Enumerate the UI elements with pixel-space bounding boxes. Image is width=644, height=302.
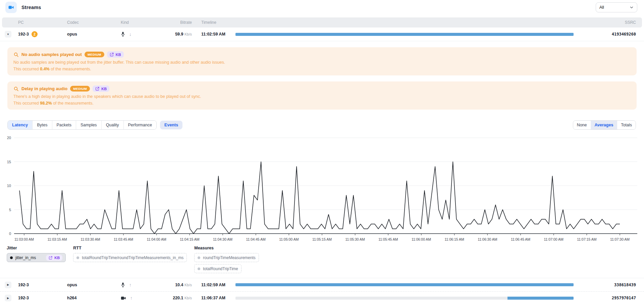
legend-heading: RTT <box>73 246 187 250</box>
view-mode-none[interactable]: None <box>573 121 591 129</box>
expand-row-button[interactable]: ▶ <box>5 295 11 301</box>
inbound-arrow-icon: ↓ <box>129 32 131 37</box>
col-header-ssrc: SSRC <box>579 20 636 25</box>
svg-text:11:07:15 AM: 11:07:15 AM <box>577 237 596 241</box>
tab-performance[interactable]: Performance <box>124 121 157 129</box>
metric-tab-group: LatencyBytesPacketsSamplesQualityPerform… <box>7 120 157 130</box>
start-time: 11:02:59 AM <box>192 32 235 37</box>
legend-item-jitter-in-ms[interactable]: jitter_in_ms KB <box>7 253 66 262</box>
col-header-kind: Kind <box>121 20 158 25</box>
bitrate-unit: Kb/s <box>184 32 192 36</box>
svg-text:11:07:30 AM: 11:07:30 AM <box>610 237 630 241</box>
tab-bytes[interactable]: Bytes <box>33 121 52 129</box>
kb-link[interactable]: KB <box>107 51 124 58</box>
outbound-arrow-icon: ↑ <box>129 282 131 288</box>
svg-text:11:06:30 AM: 11:06:30 AM <box>478 237 497 241</box>
legend-item-total-round-trip-time-ratio[interactable]: totalRoundTripTime/roundTripTimeMeasurem… <box>73 253 187 262</box>
codec-label: h264 <box>67 296 121 300</box>
kb-label: KB <box>116 53 121 57</box>
bitrate-value: 59.9 <box>175 32 183 37</box>
kb-link[interactable]: KB <box>46 255 62 261</box>
svg-text:11:03:00 AM: 11:03:00 AM <box>14 237 34 241</box>
events-toggle[interactable]: Events <box>160 121 182 129</box>
svg-text:11:04:15 AM: 11:04:15 AM <box>180 237 199 241</box>
page-title: Streams <box>21 5 41 10</box>
issue-card: Delay in playing audio MEDIUM KB There's… <box>7 81 637 110</box>
svg-text:15: 15 <box>7 160 11 164</box>
legend-group-measures: Measures roundTripTimeMeasurements total… <box>194 246 259 273</box>
col-header-codec: Codec <box>67 20 121 25</box>
collapse-row-button[interactable]: ▼ <box>5 31 11 38</box>
bitrate-value: 10.4 <box>175 283 183 287</box>
issue-occurrence: This occurred 98.2% of the measurements. <box>13 101 631 106</box>
timeline-bar[interactable] <box>235 33 574 36</box>
occurrence-percent: 0.4% <box>40 67 50 71</box>
expand-row-button[interactable]: ▶ <box>5 282 11 288</box>
legend-heading: Measures <box>194 246 259 250</box>
occurrence-percent: 98.2% <box>40 101 52 106</box>
table-row[interactable]: ▶ 192-3 h264 ↑ 220.1 Kb/s 11:06:37 AM 29… <box>0 291 644 302</box>
chevron-down-icon <box>630 5 634 9</box>
timeline-bar-fill <box>507 297 574 300</box>
issue-title: Delay in playing audio <box>21 86 67 91</box>
chart-controls: LatencyBytesPacketsSamplesQualityPerform… <box>7 120 636 130</box>
svg-text:11:03:15 AM: 11:03:15 AM <box>48 237 67 241</box>
ssrc-value: 4193469260 <box>579 32 636 37</box>
streams-logo <box>5 2 17 13</box>
issue-count-badge: 2 <box>32 31 38 37</box>
issue-occurrence: This occurred 0.4% of the measurements. <box>13 67 631 71</box>
codec-label: opus <box>67 32 121 37</box>
svg-text:11:06:00 AM: 11:06:00 AM <box>412 237 431 241</box>
kb-link[interactable]: KB <box>93 85 109 92</box>
view-mode-averages[interactable]: Averages <box>591 121 618 129</box>
svg-text:5: 5 <box>9 208 11 212</box>
bitrate-value: 220.1 <box>173 296 183 300</box>
tab-samples[interactable]: Samples <box>76 121 102 129</box>
svg-text:11:05:45 AM: 11:05:45 AM <box>378 237 398 241</box>
pc-label: 192-3 <box>18 283 29 287</box>
stream-details-panel: No audio samples played out MEDIUM KB No… <box>0 41 644 278</box>
search-icon <box>13 52 19 57</box>
issue-title: No audio samples played out <box>21 52 82 57</box>
bitrate-unit: Kb/s <box>184 296 192 300</box>
table-row[interactable]: ▼ 192-3 2 opus ↓ 59.9 Kb/s 11:02:59 AM 4… <box>0 27 644 41</box>
app-header: Streams All <box>0 0 644 15</box>
svg-text:11:03:30 AM: 11:03:30 AM <box>80 237 100 241</box>
series-dot <box>10 256 13 259</box>
pc-label: 192-3 <box>18 296 29 300</box>
pc-label: 192-3 <box>18 32 29 37</box>
latency-chart: 0510152011:03:00 AM11:03:15 AM11:03:30 A… <box>2 133 641 244</box>
share-icon <box>49 256 53 260</box>
view-mode-totals[interactable]: Totals <box>617 121 636 129</box>
kb-label: KB <box>54 256 60 260</box>
start-time: 11:06:37 AM <box>192 296 235 300</box>
legend-item-total-round-trip-time[interactable]: totalRoundTripTime <box>194 264 241 273</box>
aggregation-toggle-group: NoneAveragesTotals <box>573 120 636 130</box>
outbound-arrow-icon: ↑ <box>130 295 132 301</box>
severity-badge: MEDIUM <box>85 52 104 57</box>
tab-latency[interactable]: Latency <box>8 121 33 129</box>
video-camera-icon <box>121 296 126 300</box>
stream-filter-select[interactable]: All <box>596 2 637 12</box>
svg-text:11:04:00 AM: 11:04:00 AM <box>147 237 166 241</box>
svg-text:11:05:15 AM: 11:05:15 AM <box>312 237 332 241</box>
tab-quality[interactable]: Quality <box>102 121 124 129</box>
table-row[interactable]: ▶ 192-3 opus ↑ 10.4 Kb/s 11:02:59 AM 338… <box>0 278 644 291</box>
svg-text:11:03:45 AM: 11:03:45 AM <box>114 237 133 241</box>
svg-text:11:05:30 AM: 11:05:30 AM <box>345 237 365 241</box>
search-icon <box>13 86 19 92</box>
chart-legend: Jitter jitter_in_ms KB RTT <box>7 246 644 273</box>
svg-text:0: 0 <box>9 232 11 236</box>
timeline-bar[interactable] <box>235 283 574 286</box>
legend-group-jitter: Jitter jitter_in_ms KB <box>7 246 66 262</box>
bitrate-unit: Kb/s <box>184 283 192 287</box>
tab-packets[interactable]: Packets <box>52 121 76 129</box>
col-header-bitrate: Bitrate <box>158 20 192 25</box>
timeline-bar[interactable] <box>235 297 574 300</box>
issue-description: There's a high delay in playing audio in… <box>13 94 631 100</box>
svg-text:20: 20 <box>7 136 11 140</box>
video-camera-icon <box>8 4 14 10</box>
legend-item-round-trip-time-measurements[interactable]: roundTripTimeMeasurements <box>194 253 259 262</box>
legend-heading: Jitter <box>7 246 66 250</box>
col-header-pc: PC <box>18 20 67 25</box>
